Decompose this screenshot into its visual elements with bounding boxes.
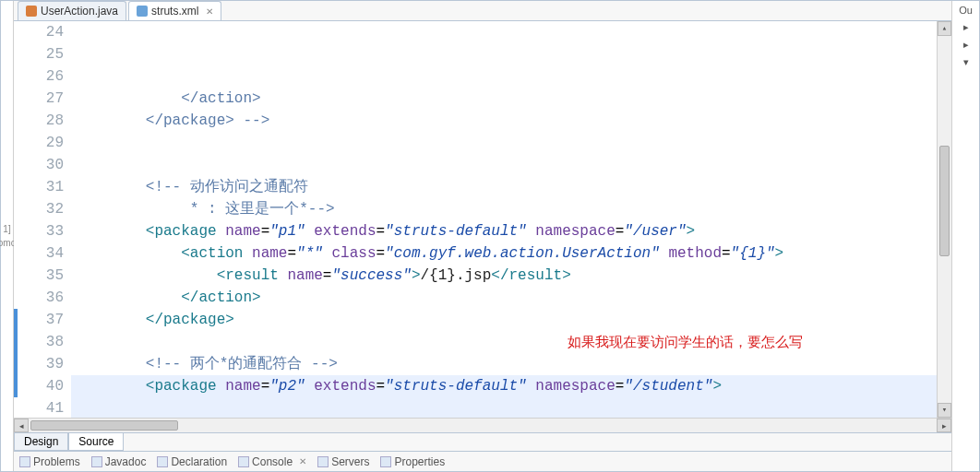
view-label: Console [252,455,293,468]
line-number: 35 [27,265,64,287]
code-line[interactable]: </package> --> [71,110,937,132]
properties-icon [380,456,391,467]
code-line[interactable]: <action name="*" class="com.gyf.web.acti… [71,242,937,265]
change-marker [14,220,27,242]
code-line[interactable]: <package name="p2" extends="struts-defau… [71,375,937,397]
console-icon [238,456,249,467]
code-line[interactable]: <!-- 动作访问之通配符 [71,176,937,198]
change-marker [14,65,27,88]
code-line[interactable]: </package> [71,309,937,331]
change-marker [14,287,27,309]
tab-label: UserAction.java [41,5,118,18]
code-line[interactable] [71,397,937,418]
line-number: 31 [27,176,64,198]
change-marker [14,88,27,110]
scroll-thumb[interactable] [939,146,950,256]
line-number: 38 [27,331,64,353]
view-problems[interactable]: Problems [19,455,80,468]
change-marker [14,242,27,265]
change-marker [14,154,27,176]
view-servers[interactable]: Servers [317,455,369,468]
close-icon[interactable]: ✕ [206,6,213,17]
editor-area: UserAction.java struts.xml ✕ 24252627282… [14,1,951,471]
view-label: Declaration [171,455,227,468]
view-label: Javadoc [105,455,147,468]
line-number: 30 [27,154,64,176]
change-marker [14,198,27,220]
line-number: 33 [27,220,64,242]
outline-panel-stub: Ou ▸ ▸ ▾ [951,1,979,471]
view-javadoc[interactable]: Javadoc [91,455,147,468]
declaration-icon [157,456,168,467]
left-stub-text-1: 1] [3,224,10,234]
view-label: Properties [394,455,445,468]
tab-useraction[interactable]: UserAction.java [18,1,126,20]
code-line[interactable] [71,331,937,353]
design-tab[interactable]: Design [14,433,68,451]
view-properties[interactable]: Properties [380,455,445,468]
marker-bar [14,21,27,418]
code-line[interactable]: </action> [71,287,937,309]
line-number: 27 [27,88,64,110]
tree-icon: ▸ [963,39,969,51]
tab-struts-xml[interactable]: struts.xml ✕ [128,1,221,20]
line-number: 29 [27,132,64,154]
code-line[interactable] [71,132,937,154]
editor-tabs: UserAction.java struts.xml ✕ [14,1,951,21]
hscroll-track[interactable] [29,419,937,432]
view-label: Servers [331,455,369,468]
code-line[interactable]: <package name="p1" extends="struts-defau… [71,220,937,242]
line-number: 32 [27,198,64,220]
horizontal-scrollbar[interactable]: ◂ ▸ [14,418,951,432]
view-declaration[interactable]: Declaration [157,455,227,468]
scroll-right-button[interactable]: ▸ [937,419,951,432]
line-number: 24 [27,21,64,43]
vertical-scrollbar[interactable]: ▴ ▾ [937,21,951,418]
tree-icon: ▾ [963,56,969,68]
tree-icon: ▸ [963,21,969,33]
line-gutter: 242526272829303132333435363738394041 [27,21,71,418]
change-marker [14,43,27,65]
change-marker [14,21,27,43]
code-line[interactable]: <!-- 两个*的通配符合 --> [71,353,937,375]
change-marker [14,331,27,353]
code-line[interactable]: <result name="success">/{1}.jsp</result> [71,265,937,287]
problems-icon [19,456,30,467]
left-panel-stub: 1] omo [1,1,14,471]
xml-file-icon [137,6,148,17]
change-marker [14,132,27,154]
change-marker [14,110,27,132]
line-number: 25 [27,43,64,65]
line-number: 37 [27,309,64,331]
line-number: 26 [27,65,64,88]
outline-label: Ou [959,5,973,16]
view-label: Problems [33,455,80,468]
change-marker [14,176,27,198]
scroll-down-button[interactable]: ▾ [938,403,951,418]
scroll-track[interactable] [938,36,951,403]
code-line[interactable]: * : 这里是一个*--> [71,198,937,220]
annotation-text: 如果我现在要访问学生的话，要怎么写 [568,331,803,353]
code-editor[interactable]: 242526272829303132333435363738394041 </a… [14,21,951,418]
view-console[interactable]: Console✕ [238,455,306,468]
line-number: 41 [27,397,64,418]
scroll-left-button[interactable]: ◂ [14,419,29,432]
line-number: 39 [27,353,64,375]
line-number: 34 [27,242,64,265]
code-content[interactable]: </action> </package> --> <!-- 动作访问之通配符 *… [71,21,937,418]
close-icon[interactable]: ✕ [299,456,306,466]
code-line[interactable]: </action> [71,88,937,110]
hscroll-thumb[interactable] [30,420,178,431]
change-marker [14,375,27,397]
line-number: 40 [27,375,64,397]
ide-window: 1] omo UserAction.java struts.xml ✕ 2425… [0,0,980,472]
servers-icon [317,456,329,467]
java-file-icon [26,6,37,17]
tab-label: struts.xml [151,5,198,18]
bottom-views-bar: Problems Javadoc Declaration Console✕ Se… [14,451,951,471]
scroll-up-button[interactable]: ▴ [938,21,951,36]
source-tab[interactable]: Source [68,433,124,451]
line-number: 36 [27,287,64,309]
change-marker [14,397,27,418]
code-line[interactable] [71,154,937,176]
